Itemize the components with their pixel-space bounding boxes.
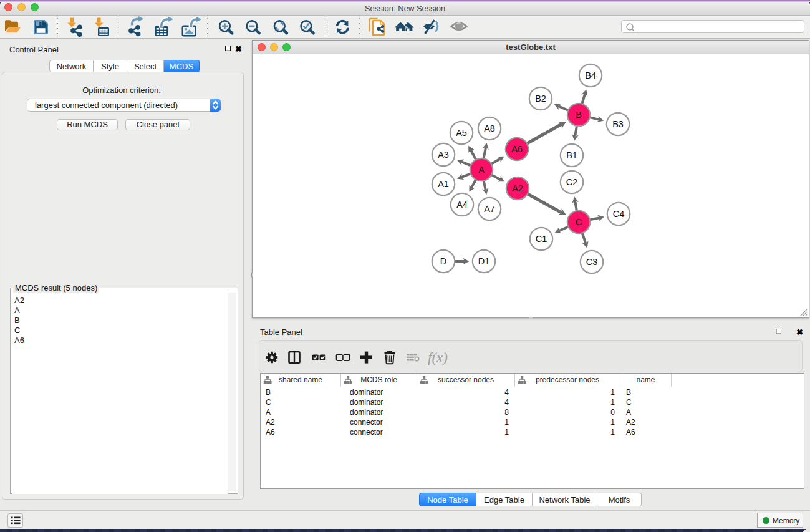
svg-text:A7: A7 [484,204,495,214]
svg-text:C2: C2 [566,177,578,187]
svg-text:C3: C3 [586,257,598,267]
svg-text:B2: B2 [535,94,546,104]
svg-text:C1: C1 [536,234,547,244]
svg-text:D1: D1 [478,256,490,266]
svg-text:B1: B1 [566,150,577,160]
svg-text:C4: C4 [613,209,625,219]
svg-text:B4: B4 [585,70,596,80]
svg-text:A: A [478,165,485,175]
svg-text:A3: A3 [438,150,449,160]
svg-text:A1: A1 [438,179,449,189]
svg-text:A4: A4 [456,200,468,210]
svg-text:f(x): f(x) [428,350,448,365]
svg-text:B: B [576,110,582,120]
svg-text:C: C [576,217,582,227]
svg-text:A5: A5 [456,128,467,138]
svg-text:D: D [440,256,446,266]
svg-text:A8: A8 [484,123,495,133]
svg-text:B3: B3 [612,119,624,129]
svg-text:A2: A2 [512,183,523,193]
svg-text:A6: A6 [511,144,523,154]
